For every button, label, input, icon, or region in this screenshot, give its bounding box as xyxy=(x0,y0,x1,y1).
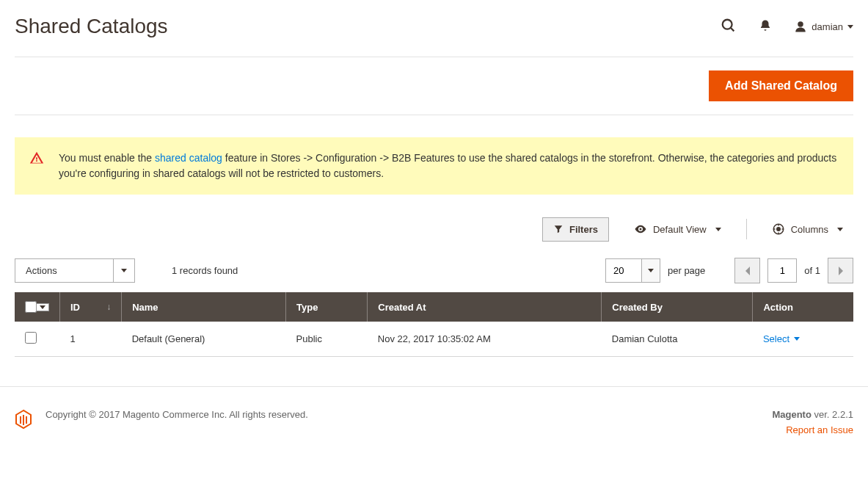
col-action: Action xyxy=(753,292,853,322)
chevron-down-icon xyxy=(794,337,800,341)
cell-type: Public xyxy=(286,322,368,357)
page-number-input[interactable] xyxy=(767,258,797,283)
footer-copyright: Copyright © 2017 Magento Commerce Inc. A… xyxy=(45,409,759,420)
shared-catalog-link[interactable]: shared catalog xyxy=(155,152,222,164)
table-row: 1 Default (General) Public Nov 22, 2017 … xyxy=(15,322,853,357)
chevron-down-icon xyxy=(837,228,843,231)
grid-controls-bottom: Actions 1 records found per page of 1 xyxy=(15,249,853,292)
report-issue-link[interactable]: Report an Issue xyxy=(772,424,853,435)
svg-point-2 xyxy=(798,21,804,27)
bell-icon[interactable] xyxy=(759,19,772,35)
actions-dropdown[interactable]: Actions xyxy=(15,258,135,283)
of-pages: of 1 xyxy=(804,265,820,276)
cell-created-by: Damian Culotta xyxy=(602,322,753,357)
col-created-by[interactable]: Created By xyxy=(602,292,753,322)
user-menu[interactable]: damian xyxy=(794,20,853,33)
records-found: 1 records found xyxy=(172,265,238,276)
col-name[interactable]: Name xyxy=(122,292,286,322)
col-id[interactable]: ID↓ xyxy=(60,292,122,322)
col-created-at[interactable]: Created At xyxy=(368,292,602,322)
select-all-dropdown[interactable] xyxy=(36,303,49,311)
select-all-checkbox[interactable] xyxy=(25,301,37,313)
page-title: Shared Catalogs xyxy=(15,15,721,38)
columns-button[interactable]: Columns xyxy=(762,217,853,242)
row-action-select[interactable]: Select xyxy=(763,333,800,344)
add-shared-catalog-button[interactable]: Add Shared Catalog xyxy=(709,70,853,101)
chevron-down-icon xyxy=(847,25,853,29)
prev-page-button[interactable] xyxy=(734,258,760,283)
footer: Copyright © 2017 Magento Commerce Inc. A… xyxy=(0,386,868,457)
cell-id: 1 xyxy=(60,322,122,357)
user-name: damian xyxy=(812,21,843,32)
per-page-label: per page xyxy=(668,265,705,276)
svg-line-1 xyxy=(731,27,734,31)
search-icon[interactable] xyxy=(721,18,737,36)
col-checkbox[interactable] xyxy=(15,292,60,322)
row-checkbox[interactable] xyxy=(25,332,37,344)
grid-controls-top: Filters Default View Columns xyxy=(15,209,853,249)
notice-text: You must enable the shared catalog featu… xyxy=(59,151,839,181)
svg-point-5 xyxy=(776,228,780,231)
svg-point-0 xyxy=(723,19,732,29)
page-header: Shared Catalogs damian xyxy=(15,0,853,57)
warning-icon xyxy=(29,151,44,181)
cell-created-at: Nov 22, 2017 10:35:02 AM xyxy=(368,322,602,357)
page-size-input[interactable] xyxy=(605,258,642,283)
magento-logo-icon xyxy=(15,409,32,432)
next-page-button[interactable] xyxy=(828,258,853,283)
pagination: per page of 1 xyxy=(605,258,853,283)
default-view-button[interactable]: Default View xyxy=(624,217,732,242)
notice-banner: You must enable the shared catalog featu… xyxy=(15,137,853,195)
col-type[interactable]: Type xyxy=(286,292,368,322)
toolbar: Add Shared Catalog xyxy=(15,57,853,115)
cell-name: Default (General) xyxy=(122,322,286,357)
chevron-down-icon xyxy=(715,228,721,231)
data-grid: ID↓ Name Type Created At Created By Acti… xyxy=(15,292,853,357)
chevron-down-icon[interactable] xyxy=(114,258,135,283)
page-size-dropdown[interactable] xyxy=(642,258,660,283)
filters-button[interactable]: Filters xyxy=(542,217,609,242)
svg-point-3 xyxy=(639,228,641,231)
